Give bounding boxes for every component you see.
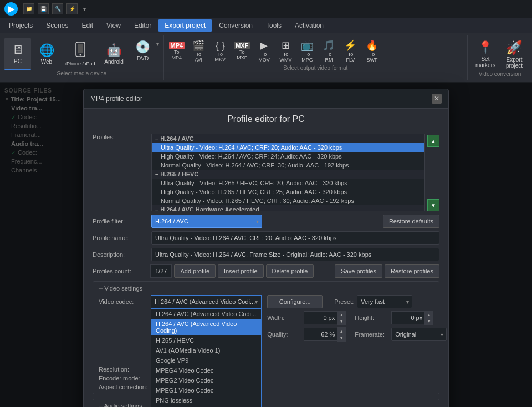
codec-option-5[interactable]: MPEG4 Video Codec [151, 365, 261, 375]
quality-down-btn[interactable]: ▼ [337, 334, 345, 341]
profile-item-3[interactable]: Ultra Quality - Video: H.265 / HEVC; CRF… [152, 179, 424, 187]
output-rm[interactable]: 🎵 ToRM [318, 38, 339, 65]
output-mkv[interactable]: { } ToMKV [209, 38, 231, 65]
menu-activation[interactable]: Activation [288, 19, 330, 32]
profiles-row: Profiles: – H.264 / AVC Ultra Quality - … [93, 134, 439, 211]
codec-option-4[interactable]: Google VP9 [151, 355, 261, 365]
width-input[interactable] [304, 311, 337, 324]
output-mp4[interactable]: MP4 ToMP4 [166, 38, 188, 65]
video-codec-dropdown: H.264 / AVC (Advanced Video Codi... H.26… [151, 308, 262, 407]
codec-option-1[interactable]: H.264 / AVC (Advanced Video Coding) [151, 319, 261, 335]
icon-open[interactable]: 📁 [23, 3, 34, 14]
device-web[interactable]: 🌐 Web [33, 38, 60, 70]
scroll-down-btn[interactable]: ▼ [427, 199, 439, 211]
export-project-btn[interactable]: 🚀 Exportproject [501, 38, 528, 71]
insert-profile-btn[interactable]: Insert profile [218, 264, 264, 278]
codec-option-2[interactable]: H.265 / HEVC [151, 335, 261, 345]
profile-list[interactable]: – H.264 / AVC Ultra Quality - Video: H.2… [151, 134, 425, 211]
output-mov-label: ToMOV [258, 52, 270, 63]
restore-defaults-btn[interactable]: Restore defaults [383, 215, 439, 228]
title-bar-icons: 📁 💾 🔧 ⚡ [23, 3, 78, 14]
modal-close-btn[interactable]: ✕ [432, 94, 442, 104]
add-profile-btn[interactable]: Add profile [174, 264, 216, 278]
avi-icon: 🎬 [192, 39, 204, 52]
codec-option-7[interactable]: MPEG1 Video Codec [151, 385, 261, 395]
codec-option-8[interactable]: PNG lossless [151, 395, 261, 405]
device-pc[interactable]: 🖥 PC [4, 38, 31, 70]
framerate-select[interactable]: Original [391, 328, 447, 341]
codec-option-0[interactable]: H.264 / AVC (Advanced Video Codi... [151, 309, 261, 319]
icon-save[interactable]: 💾 [38, 3, 49, 14]
height-label: Height: [355, 314, 388, 321]
menu-tools[interactable]: Tools [259, 19, 288, 32]
output-swf[interactable]: 🔥 ToSWF [361, 38, 382, 65]
width-down-btn[interactable]: ▼ [337, 318, 345, 324]
framerate-label: Framerate: [355, 331, 388, 338]
quality-up-btn[interactable]: ▲ [337, 328, 345, 334]
output-mpg[interactable]: 📺 ToMPG [296, 38, 318, 65]
preset-select[interactable]: Very fast [357, 295, 412, 308]
quality-input[interactable] [304, 328, 337, 341]
output-wmv-label: ToWMV [279, 52, 291, 63]
modal-body: Profiles: – H.264 / AVC Ultra Quality - … [84, 128, 448, 407]
output-mxf-label: ToMXF [237, 50, 247, 61]
profile-group-hw: – H.264 / AVC Hardware Accelerated [152, 205, 424, 211]
export-project-label: Exportproject [506, 57, 523, 69]
dvd-icon: 💿 [135, 40, 150, 54]
markers-icon: 📍 [478, 40, 493, 55]
width-up-btn[interactable]: ▲ [337, 311, 345, 318]
video-codec-trigger[interactable]: H.264 / AVC (Advanced Video Codi... ▾ [151, 295, 262, 308]
profile-name-input[interactable] [151, 231, 439, 245]
description-input[interactable] [151, 248, 439, 261]
output-wmv[interactable]: ⊞ ToWMV [275, 38, 296, 65]
device-dvd[interactable]: 💿 DVD [130, 38, 156, 64]
profile-item-5[interactable]: Normal Quality - Video: H.265 / HEVC; CR… [152, 196, 424, 205]
icon-settings[interactable]: 🔧 [52, 3, 63, 14]
modal: MP4 profile editor ✕ Profile editor for … [83, 89, 449, 407]
scroll-up-btn[interactable]: ▲ [427, 135, 439, 147]
profile-item-4[interactable]: High Quality - Video: H.265 / HEVC; CRF:… [152, 187, 424, 196]
menu-view[interactable]: View [100, 19, 127, 32]
menu-scenes[interactable]: Scenes [39, 19, 75, 32]
quality-spinner: ▲ ▼ [304, 327, 346, 342]
profiles-count-badge: 1/27 [150, 264, 172, 278]
video-configure-btn[interactable]: Configure... [267, 295, 323, 308]
device-android[interactable]: 🤖 Android [101, 38, 127, 70]
height-spinner: ▲ ▼ [391, 311, 433, 325]
codec-option-3[interactable]: AV1 (AOMedia Video 1) [151, 345, 261, 355]
title-bar-arrow[interactable]: ▾ [83, 6, 86, 12]
profile-item-0[interactable]: Ultra Quality - Video: H.264 / AVC; CRF:… [152, 143, 424, 152]
profile-group-h265: – H.265 / HEVC [152, 170, 424, 179]
output-group: MP4 ToMP4 🎬 ToAVI { } ToMKV MXF ToMXF ▶ … [164, 35, 468, 80]
video-right-col: Configure... Preset: Very fast [267, 295, 447, 390]
output-mov[interactable]: ▶ ToMOV [253, 38, 274, 65]
height-down-btn[interactable]: ▼ [425, 318, 433, 324]
output-avi[interactable]: 🎬 ToAVI [188, 38, 209, 65]
icon-quick[interactable]: ⚡ [66, 3, 78, 14]
iphone-icon [74, 42, 86, 60]
menu-projects[interactable]: Projects [2, 19, 39, 32]
menu-export[interactable]: Export project [158, 19, 212, 32]
action-section-label: Video conversion [472, 71, 528, 78]
codec-option-6[interactable]: MPEG2 Video Codec [151, 375, 261, 385]
delete-profile-btn[interactable]: Delete profile [266, 264, 314, 278]
profile-item-1[interactable]: High Quality - Video: H.264 / AVC; CRF: … [152, 152, 424, 161]
configure-preset-row: Configure... Preset: Very fast [267, 295, 447, 308]
dvd-dropdown-arrow[interactable]: ▾ [156, 38, 159, 47]
menu-editor[interactable]: Editor [127, 19, 158, 32]
set-markers-btn[interactable]: 📍 Setmarkers [472, 38, 499, 71]
height-input[interactable] [391, 311, 424, 324]
profiles-label: Profiles: [93, 134, 148, 140]
restore-profiles-btn[interactable]: Restore profiles [385, 264, 439, 278]
save-profiles-btn[interactable]: Save profiles [335, 264, 382, 278]
menu-edit[interactable]: Edit [75, 19, 100, 32]
profile-name-row: Profile name: [93, 231, 439, 245]
profile-filter-select[interactable]: H.264 / AVC [151, 215, 262, 228]
profile-item-2[interactable]: Normal Quality - Video: H.264 / AVC; CRF… [152, 161, 424, 170]
output-mxf[interactable]: MXF ToMXF [231, 38, 253, 65]
output-flv[interactable]: ⚡ ToFLV [340, 38, 361, 65]
height-up-btn[interactable]: ▲ [425, 311, 433, 318]
menu-conversion[interactable]: Conversion [212, 19, 259, 32]
device-iphone[interactable]: iPhone / iPad [62, 38, 99, 70]
mp4-icon: MP4 [169, 42, 185, 49]
